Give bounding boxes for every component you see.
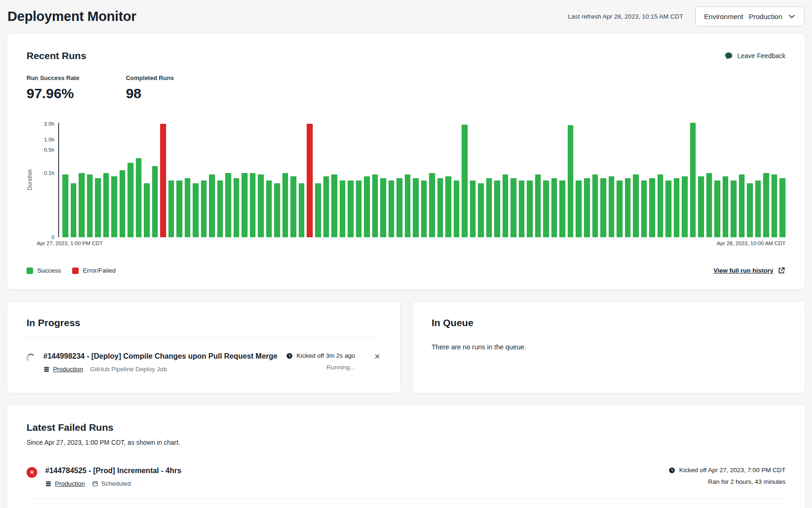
run-bar-success[interactable] — [396, 178, 403, 237]
run-bar-success[interactable] — [87, 174, 93, 237]
run-bar-success[interactable] — [763, 173, 769, 237]
run-bar-success[interactable] — [527, 180, 533, 237]
run-bar-success[interactable] — [510, 178, 517, 237]
environment-dropdown[interactable]: Environment Production — [695, 7, 805, 27]
environment-link[interactable]: Production — [45, 480, 85, 487]
run-bar-success[interactable] — [714, 180, 720, 237]
run-bar-success[interactable] — [242, 173, 248, 237]
run-bar-success[interactable] — [380, 178, 386, 237]
run-bar-success[interactable] — [274, 183, 280, 237]
run-bar-success[interactable] — [348, 180, 354, 237]
run-bar-success[interactable] — [79, 173, 85, 237]
kicked-off-line: Kicked off Apr 27, 2023, 7:00 PM CDT — [669, 467, 785, 474]
run-bar-success[interactable] — [543, 180, 549, 237]
run-bar-success[interactable] — [658, 174, 664, 237]
run-bar-error[interactable] — [307, 124, 313, 237]
run-bar-success[interactable] — [429, 173, 435, 237]
run-bar-success[interactable] — [584, 178, 590, 237]
leave-feedback-button[interactable]: Leave Feedback — [725, 52, 785, 60]
run-bar-success[interactable] — [665, 180, 671, 237]
run-bar-success[interactable] — [698, 176, 704, 237]
run-bar-success[interactable] — [405, 174, 411, 237]
run-bar-success[interactable] — [120, 170, 126, 237]
run-bar-success[interactable] — [364, 176, 370, 237]
run-bar-success[interactable] — [323, 176, 329, 237]
run-bar-success[interactable] — [413, 178, 419, 237]
run-bar-error[interactable] — [160, 124, 166, 237]
run-bar-success[interactable] — [95, 178, 101, 237]
run-bar-success[interactable] — [299, 183, 305, 237]
run-bar-success[interactable] — [136, 158, 142, 237]
x-axis-end-label: Apr 28, 2023, 10:00 AM CDT — [717, 241, 785, 246]
run-bar-success[interactable] — [503, 174, 509, 237]
run-bar-success[interactable] — [217, 180, 223, 237]
run-bar-success[interactable] — [185, 178, 191, 237]
run-bar-success[interactable] — [755, 180, 761, 237]
run-bar-success[interactable] — [470, 180, 476, 237]
run-bar-success[interactable] — [62, 174, 68, 237]
kicked-off-line: Kicked off 3m 2s ago — [286, 352, 355, 359]
middle-row: In Progress #144998234 - [Deploy] Compil… — [7, 301, 805, 394]
run-bar-success[interactable] — [168, 180, 174, 237]
run-bar-success[interactable] — [576, 180, 582, 237]
run-bar-success[interactable] — [600, 178, 606, 237]
view-full-run-history-link[interactable]: View full run history — [713, 267, 785, 274]
run-bar-success[interactable] — [266, 180, 272, 237]
run-bar-success[interactable] — [454, 180, 460, 237]
run-bar-success[interactable] — [779, 178, 785, 237]
run-bar-success[interactable] — [731, 180, 737, 237]
run-bar-success[interactable] — [258, 174, 264, 237]
run-bar-success[interactable] — [494, 180, 500, 237]
run-bar-success[interactable] — [568, 125, 574, 237]
topbar: Deployment Monitor Last refresh Apr 28, … — [7, 0, 805, 33]
run-bar-success[interactable] — [111, 176, 117, 237]
run-bar-success[interactable] — [340, 180, 346, 237]
run-bar-success[interactable] — [421, 180, 427, 237]
run-bar-success[interactable] — [649, 178, 655, 237]
run-bar-success[interactable] — [772, 174, 778, 237]
run-bar-success[interactable] — [723, 176, 729, 237]
run-bar-success[interactable] — [176, 180, 182, 237]
run-bar-success[interactable] — [389, 180, 395, 237]
run-bar-success[interactable] — [331, 174, 337, 237]
run-bar-success[interactable] — [641, 180, 647, 237]
run-bar-success[interactable] — [193, 183, 199, 237]
run-bar-success[interactable] — [282, 173, 289, 237]
run-bar-success[interactable] — [445, 176, 451, 237]
run-bar-success[interactable] — [747, 183, 753, 237]
run-bar-success[interactable] — [250, 173, 256, 237]
run-bar-success[interactable] — [152, 166, 158, 237]
run-bar-success[interactable] — [315, 183, 321, 237]
run-bar-success[interactable] — [478, 183, 484, 237]
environment-link[interactable]: Production — [43, 366, 83, 373]
run-bar-success[interactable] — [234, 178, 240, 237]
run-bar-success[interactable] — [103, 173, 109, 237]
run-bar-success[interactable] — [128, 163, 134, 237]
run-bar-success[interactable] — [462, 125, 468, 237]
run-bar-success[interactable] — [690, 123, 696, 237]
run-bar-success[interactable] — [486, 178, 492, 237]
run-bar-success[interactable] — [559, 180, 565, 237]
run-bar-success[interactable] — [290, 176, 296, 237]
run-bar-success[interactable] — [71, 183, 77, 237]
run-bar-success[interactable] — [225, 173, 231, 237]
run-bar-success[interactable] — [201, 180, 207, 237]
run-bar-success[interactable] — [739, 174, 745, 237]
run-bar-success[interactable] — [144, 183, 150, 237]
run-bar-success[interactable] — [437, 178, 443, 237]
run-bar-success[interactable] — [535, 174, 541, 237]
run-bar-success[interactable] — [519, 180, 525, 237]
run-bar-success[interactable] — [551, 178, 557, 237]
run-bar-success[interactable] — [706, 173, 712, 237]
run-bar-success[interactable] — [356, 180, 362, 237]
run-bar-success[interactable] — [617, 180, 623, 237]
run-bar-success[interactable] — [674, 178, 680, 237]
close-icon[interactable]: ✕ — [374, 353, 380, 361]
run-bar-success[interactable] — [633, 174, 639, 237]
run-bar-success[interactable] — [372, 174, 378, 237]
run-bar-success[interactable] — [592, 174, 598, 237]
run-bar-success[interactable] — [682, 176, 688, 237]
run-bar-success[interactable] — [609, 176, 615, 237]
run-bar-success[interactable] — [625, 178, 631, 237]
run-bar-success[interactable] — [209, 174, 215, 237]
